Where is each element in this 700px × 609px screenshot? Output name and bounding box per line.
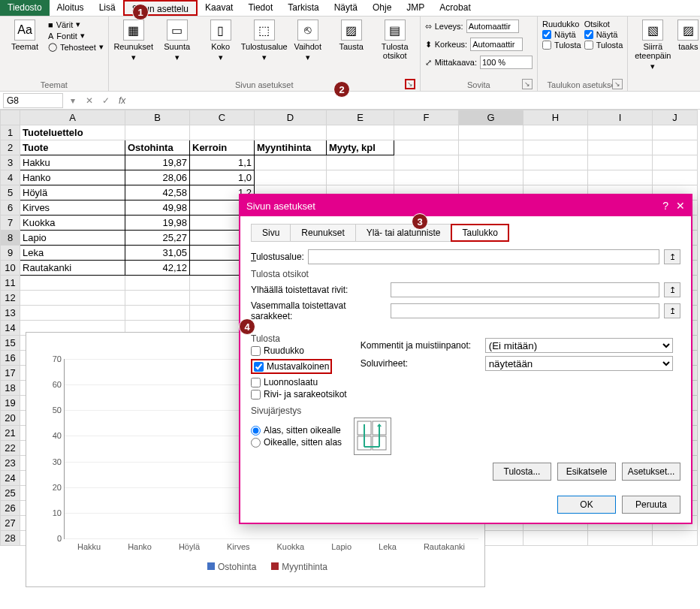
row-header[interactable]: 14 bbox=[1, 321, 20, 336]
row-header[interactable]: 18 bbox=[1, 381, 20, 396]
cell[interactable]: Hakku bbox=[20, 155, 125, 170]
send-back-button[interactable]: ▨taaks bbox=[676, 20, 700, 51]
tab-review[interactable]: Tarkista bbox=[280, 0, 326, 16]
order-down-radio[interactable] bbox=[251, 426, 261, 436]
row-header[interactable]: 21 bbox=[1, 426, 20, 441]
cell[interactable]: Myyty, kpl bbox=[327, 140, 394, 155]
cell[interactable]: Kuokka bbox=[20, 216, 125, 231]
col-header[interactable]: E bbox=[327, 110, 394, 125]
row-header[interactable]: 11 bbox=[1, 276, 20, 291]
row-header[interactable]: 16 bbox=[1, 351, 20, 366]
cell[interactable]: 25,27 bbox=[125, 231, 190, 246]
cell[interactable]: Leka bbox=[20, 246, 125, 261]
row-header[interactable]: 13 bbox=[1, 306, 20, 321]
size-button[interactable]: ▯Koko▾ bbox=[201, 20, 241, 62]
cell[interactable]: Hanko bbox=[20, 170, 125, 185]
tab-formulas[interactable]: Kaavat bbox=[198, 0, 240, 16]
row-header[interactable]: 22 bbox=[1, 441, 20, 456]
cell[interactable]: Tuoteluettelo bbox=[20, 125, 125, 140]
tab-home[interactable]: Aloitus bbox=[50, 0, 92, 16]
row-header[interactable]: 2 bbox=[1, 140, 20, 155]
sheet-opts-launcher[interactable]: ↘ bbox=[612, 79, 623, 89]
cols-repeat-input[interactable] bbox=[391, 303, 659, 318]
row-header[interactable]: 28 bbox=[1, 531, 20, 546]
tab-help[interactable]: Ohje bbox=[365, 0, 399, 16]
cell[interactable]: Höylä bbox=[20, 185, 125, 200]
chevron-down-icon[interactable]: ▾ bbox=[66, 95, 80, 106]
select-all-corner[interactable] bbox=[1, 110, 20, 125]
cancel-button[interactable]: Peruuta bbox=[622, 496, 680, 514]
width-input[interactable] bbox=[466, 20, 519, 33]
cell[interactable]: Myyntihinta bbox=[255, 140, 327, 155]
row-header[interactable]: 27 bbox=[1, 516, 20, 531]
cell[interactable]: 19,87 bbox=[125, 155, 190, 170]
row-header[interactable]: 25 bbox=[1, 486, 20, 501]
gridlines-view-check[interactable] bbox=[542, 30, 551, 39]
dlg-tab-page[interactable]: Sivu bbox=[251, 224, 291, 242]
col-header[interactable]: A bbox=[20, 110, 125, 125]
dlg-tab-sheet[interactable]: Taulukko bbox=[451, 224, 508, 242]
tab-file[interactable]: Tiedosto bbox=[0, 0, 50, 16]
height-input[interactable] bbox=[470, 38, 523, 51]
gridlines-check[interactable] bbox=[251, 346, 261, 356]
cell[interactable]: Rautakanki bbox=[20, 261, 125, 276]
row-header[interactable]: 4 bbox=[1, 170, 20, 185]
preview-button[interactable]: Esikatsele bbox=[557, 463, 616, 481]
cell[interactable]: 42,12 bbox=[125, 261, 190, 276]
headings-view-check[interactable] bbox=[584, 30, 593, 39]
orientation-button[interactable]: ▭Suunta▾ bbox=[157, 20, 198, 62]
themes-button[interactable]: AaTeemat bbox=[5, 20, 45, 51]
headings-print-check[interactable] bbox=[584, 41, 593, 50]
cell[interactable]: 31,05 bbox=[125, 246, 190, 261]
cell[interactable]: 1,0 bbox=[190, 170, 255, 185]
help-icon[interactable]: ? bbox=[662, 200, 668, 212]
background-button[interactable]: ▨Tausta bbox=[331, 20, 372, 51]
bring-forward-button[interactable]: ▧Siirrä eteenpäin▾ bbox=[632, 20, 673, 71]
name-box[interactable] bbox=[3, 93, 63, 108]
print-area-button[interactable]: ⬚Tulostusalue▾ bbox=[244, 20, 285, 62]
gridlines-print-check[interactable] bbox=[542, 41, 551, 50]
fonts-button[interactable]: A Fontit ▾ bbox=[48, 31, 104, 41]
col-header[interactable]: C bbox=[190, 110, 255, 125]
cancel-icon[interactable]: ✕ bbox=[83, 95, 96, 106]
tab-insert[interactable]: Lisä bbox=[92, 0, 123, 16]
cell[interactable]: 49,98 bbox=[125, 200, 190, 216]
row-header[interactable]: 19 bbox=[1, 396, 20, 411]
close-icon[interactable]: ✕ bbox=[676, 200, 685, 212]
row-header[interactable]: 17 bbox=[1, 366, 20, 381]
row-header[interactable]: 26 bbox=[1, 501, 20, 516]
effects-button[interactable]: ◯ Tehosteet ▾ bbox=[48, 42, 104, 52]
margins-button[interactable]: ▦Reunukset▾ bbox=[113, 20, 154, 62]
row-header[interactable]: 9 bbox=[1, 246, 20, 261]
cell[interactable]: 1,1 bbox=[190, 155, 255, 170]
order-over-radio[interactable] bbox=[251, 438, 261, 448]
ref-button[interactable]: ↥ bbox=[664, 249, 680, 264]
cell[interactable]: Tuote bbox=[20, 140, 125, 155]
rows-repeat-input[interactable] bbox=[391, 282, 659, 297]
cell[interactable]: Kerroin bbox=[190, 140, 255, 155]
row-header[interactable]: 7 bbox=[1, 216, 20, 231]
print-button[interactable]: Tulosta... bbox=[493, 463, 551, 481]
row-header[interactable]: 24 bbox=[1, 471, 20, 486]
row-header[interactable]: 10 bbox=[1, 261, 20, 276]
row-header[interactable]: 1 bbox=[1, 125, 20, 140]
row-header[interactable]: 15 bbox=[1, 336, 20, 351]
colors-button[interactable]: ■ Värit ▾ bbox=[48, 20, 104, 29]
rowcol-headings-check[interactable] bbox=[251, 390, 261, 399]
enter-icon[interactable]: ✓ bbox=[99, 95, 113, 106]
col-header[interactable]: F bbox=[394, 110, 459, 125]
ref-button[interactable]: ↥ bbox=[664, 303, 680, 318]
comments-select[interactable]: (Ei mitään) bbox=[485, 338, 673, 353]
cellerrors-select[interactable]: näytetään bbox=[485, 356, 673, 371]
print-titles-button[interactable]: ▤Tulosta otsikot bbox=[375, 20, 415, 60]
cell[interactable]: Kirves bbox=[20, 200, 125, 216]
blackwhite-check[interactable] bbox=[254, 362, 264, 372]
dlg-tab-margins[interactable]: Reunukset bbox=[290, 224, 355, 242]
row-header[interactable]: 8 bbox=[1, 231, 20, 246]
col-header[interactable]: D bbox=[255, 110, 327, 125]
page-setup-launcher[interactable]: ↘ bbox=[405, 79, 415, 89]
ok-button[interactable]: OK bbox=[557, 496, 616, 514]
scale-input[interactable] bbox=[480, 56, 533, 69]
print-area-input[interactable] bbox=[308, 249, 659, 264]
row-header[interactable]: 3 bbox=[1, 155, 20, 170]
